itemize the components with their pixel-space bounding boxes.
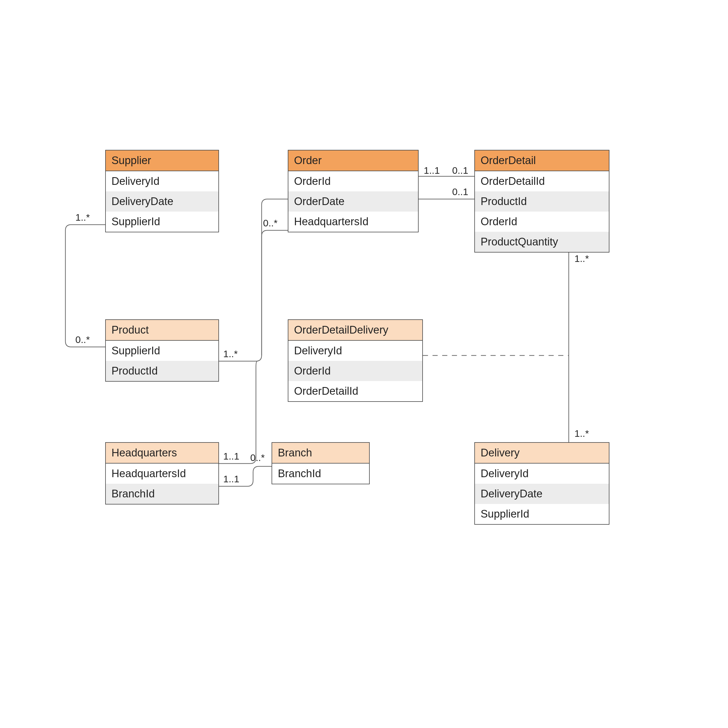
entity-attr: HeadquartersId [288, 211, 418, 232]
entity-attr: ProductId [106, 361, 219, 381]
entity-title: Product [106, 320, 219, 341]
entity-title: Delivery [475, 443, 609, 463]
entity-orderdetaildelivery: OrderDetailDeliveryDeliveryIdOrderIdOrde… [288, 320, 423, 402]
entity-branch: BranchBranchId [272, 442, 370, 484]
entity-attr: OrderDate [288, 191, 418, 211]
entity-attr: ProductId [475, 191, 609, 211]
entity-title: OrderDetail [475, 150, 609, 171]
entity-title: Order [288, 150, 418, 171]
entity-attr: OrderId [288, 171, 418, 191]
entity-title: OrderDetailDelivery [288, 320, 422, 341]
mult-branch-left: 0..* [250, 452, 265, 463]
entity-attr: HeadquartersId [106, 463, 219, 484]
entity-attr: DeliveryId [106, 171, 219, 191]
entity-order: OrderOrderIdOrderDateHeadquartersId [288, 150, 419, 232]
entity-title: Supplier [106, 150, 219, 171]
entity-attr: BranchId [106, 484, 219, 504]
mult-delivery-top: 1..* [574, 428, 589, 439]
mult-supplier-top: 1..* [75, 212, 90, 223]
mult-orderdetail-topleft: 0..1 [452, 165, 468, 176]
entity-title: Branch [272, 443, 369, 463]
entity-attr: SupplierId [106, 211, 219, 232]
er-diagram-canvas: SupplierDeliveryIdDeliveryDateSupplierId… [0, 0, 728, 728]
mult-product-left: 0..* [75, 334, 90, 345]
mult-hq-upper: 1..1 [223, 451, 239, 462]
edge-supplier-product [66, 225, 105, 347]
entity-attr: DeliveryId [475, 463, 609, 484]
entity-attr: OrderId [475, 211, 609, 232]
entity-headquarters: HeadquartersHeadquartersIdBranchId [105, 442, 219, 505]
entity-attr: DeliveryDate [106, 191, 219, 211]
mult-product-right: 1..* [223, 348, 238, 359]
entity-attr: DeliveryDate [475, 484, 609, 504]
edge-hq-order [219, 361, 257, 463]
entity-attr: BranchId [272, 463, 369, 484]
mult-order-right: 1..1 [424, 165, 440, 176]
entity-attr: DeliveryId [288, 341, 422, 361]
entity-attr: ProductQuantity [475, 232, 609, 252]
entity-attr: OrderId [288, 361, 422, 381]
entity-product: ProductSupplierIdProductId [105, 320, 219, 382]
entity-title: Headquarters [106, 443, 219, 463]
mult-orderdetail-lower: 0..1 [452, 186, 468, 197]
edge-product-order-trunk [219, 230, 288, 361]
mult-orderdetail-bottom: 1..* [574, 253, 589, 264]
entity-attr: SupplierId [475, 504, 609, 524]
entity-attr: OrderDetailId [288, 381, 422, 401]
entity-supplier: SupplierDeliveryIdDeliveryDateSupplierId [105, 150, 219, 232]
mult-order-left: 0..* [263, 217, 278, 229]
entity-attr: SupplierId [106, 341, 219, 361]
entity-attr: OrderDetailId [475, 171, 609, 191]
entity-delivery: DeliveryDeliveryIdDeliveryDateSupplierId [474, 442, 609, 525]
entity-orderdetail: OrderDetailOrderDetailIdProductIdOrderId… [474, 150, 609, 252]
mult-hq-lower: 1..1 [223, 474, 239, 485]
